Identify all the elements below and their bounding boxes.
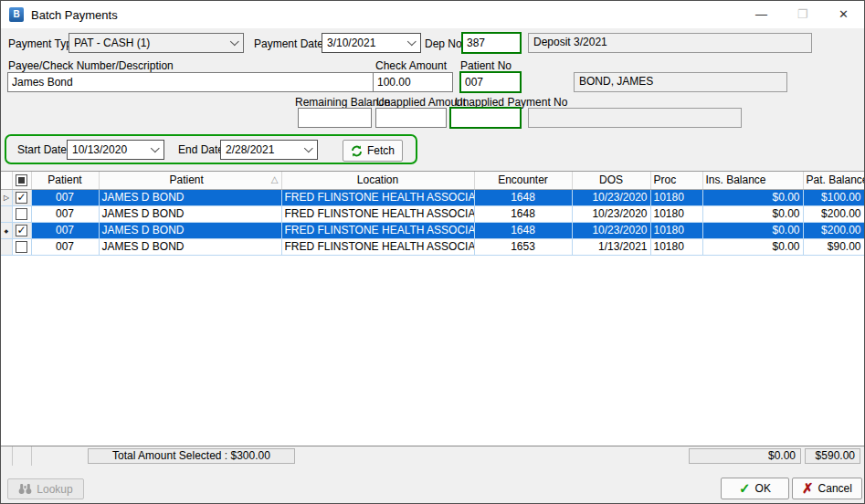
cell-ins-balance: $0.00: [702, 238, 803, 255]
patient-no-field[interactable]: [459, 71, 522, 93]
refresh-icon: [351, 145, 363, 157]
row-indicator: [1, 205, 12, 222]
column-header-ins-balance[interactable]: Ins. Balance: [702, 172, 803, 189]
payee-field[interactable]: [7, 72, 374, 92]
checkbox-checked-icon: [16, 192, 27, 204]
date-filter-group: Start Date 10/13/2020 End Date 2/28/2021…: [5, 134, 417, 164]
cell-patient-no: 007: [31, 238, 99, 255]
row-current-indicator: ▷: [1, 189, 12, 205]
column-header-location[interactable]: Location: [281, 172, 474, 189]
end-date-select[interactable]: 2/28/2021: [220, 140, 318, 160]
checkbox-unchecked-icon: [16, 208, 27, 220]
cell-pat-balance: $200.00: [803, 222, 864, 238]
cancel-button-label: Cancel: [818, 482, 852, 495]
column-header-patient-no[interactable]: Patient: [31, 172, 99, 189]
maximize-icon: ❐: [782, 1, 823, 28]
cancel-button[interactable]: ✗ Cancel: [792, 478, 862, 499]
lookup-button: Lookup: [7, 478, 84, 499]
payment-type-select[interactable]: PAT - CASH (1): [69, 33, 244, 53]
ok-button[interactable]: ✓ OK: [721, 478, 789, 499]
cell-patient-name: JAMES D BOND: [99, 205, 281, 222]
payment-date-select[interactable]: 3/10/2021: [322, 33, 421, 53]
app-icon-letter: B: [13, 9, 19, 19]
binoculars-icon: [18, 483, 32, 495]
cell-location: FRED FLINSTONE HEALTH ASSOCIATES: [281, 189, 474, 205]
unapplied-payment-desc-field: [528, 108, 742, 128]
column-header-dos[interactable]: DOS: [572, 172, 650, 189]
cell-proc: 10180: [650, 189, 702, 205]
fetch-button[interactable]: Fetch: [343, 140, 403, 162]
dep-no-field[interactable]: [461, 32, 522, 54]
cell-patient-name: JAMES D BOND: [99, 189, 281, 205]
end-date-value: 2/28/2021: [226, 143, 274, 156]
row-indicator: [1, 238, 12, 255]
cell-encounter: 1648: [474, 222, 572, 238]
payments-grid: Patient Patient△ Location Encounter DOS …: [1, 171, 864, 446]
table-row[interactable]: 007 JAMES D BOND FRED FLINSTONE HEALTH A…: [1, 238, 864, 255]
remaining-balance-field[interactable]: [298, 108, 372, 128]
cell-location: FRED FLINSTONE HEALTH ASSOCIATES: [281, 222, 474, 238]
chevron-down-icon: [407, 37, 417, 46]
cell-proc: 10180: [650, 205, 702, 222]
cell-patient-no: 007: [31, 222, 99, 238]
column-header-proc[interactable]: Proc: [650, 172, 702, 189]
start-date-label: Start Date: [17, 143, 67, 156]
window-controls: — ❐ ✕: [741, 1, 864, 28]
cell-encounter: 1648: [474, 205, 572, 222]
row-checkbox[interactable]: [12, 205, 31, 222]
payment-date-label: Payment Date: [254, 37, 323, 50]
row-edit-indicator: ◆: [1, 222, 12, 238]
row-checkbox[interactable]: [12, 222, 31, 238]
patient-name-field: BOND, JAMES: [574, 72, 787, 92]
select-all-checkbox[interactable]: [12, 172, 31, 189]
cell-ins-balance: $0.00: [702, 222, 803, 238]
app-icon: B: [9, 7, 24, 22]
chevron-down-icon: [151, 143, 160, 152]
column-header-patient-name[interactable]: Patient△: [99, 172, 281, 189]
payment-type-value: PAT - CASH (1): [74, 37, 150, 49]
table-row[interactable]: ▷ 007 JAMES D BOND FRED FLINSTONE HEALTH…: [1, 189, 864, 205]
unapplied-amount-field[interactable]: [375, 108, 447, 128]
lookup-button-label: Lookup: [37, 483, 72, 496]
cell-pat-balance: $90.00: [803, 238, 864, 255]
close-icon[interactable]: ✕: [823, 1, 864, 28]
patient-no-label: Patient No: [460, 59, 512, 72]
cell-dos: 10/23/2020: [572, 189, 650, 205]
batch-payments-dialog: B Batch Payments — ❐ ✕ Payment Type PAT …: [0, 0, 865, 504]
table-row[interactable]: ◆ 007 JAMES D BOND FRED FLINSTONE HEALTH…: [1, 222, 864, 238]
row-checkbox[interactable]: [12, 238, 31, 255]
cell-encounter: 1648: [474, 189, 572, 205]
checkbox-unchecked-icon: [16, 241, 27, 253]
row-checkbox[interactable]: [12, 189, 31, 205]
cell-patient-no: 007: [31, 189, 99, 205]
cell-patient-no: 007: [31, 205, 99, 222]
column-header-encounter[interactable]: Encounter: [474, 172, 572, 189]
cell-dos: 1/13/2021: [572, 238, 650, 255]
grid-footer: Total Amount Selected : $300.00 $0.00 $5…: [1, 446, 864, 465]
cell-pat-balance: $100.00: [803, 189, 864, 205]
column-header-pat-balance[interactable]: Pat. Balance: [803, 172, 864, 189]
unapplied-payment-no-field[interactable]: [449, 107, 522, 129]
table-row[interactable]: 007 JAMES D BOND FRED FLINSTONE HEALTH A…: [1, 205, 864, 222]
cell-encounter: 1653: [474, 238, 572, 255]
footer-separator: [31, 446, 32, 466]
x-icon: ✗: [802, 480, 814, 497]
cell-dos: 10/23/2020: [572, 222, 650, 238]
sort-ascending-icon: △: [271, 174, 279, 184]
deposit-description-field: Deposit 3/2021: [528, 33, 812, 53]
checkbox-indeterminate-icon: [16, 174, 27, 186]
payee-label: Payee/Check Number/Description: [8, 59, 174, 72]
window-title: Batch Payments: [31, 8, 118, 22]
cell-proc: 10180: [650, 238, 702, 255]
minimize-icon[interactable]: —: [741, 1, 782, 28]
pat-balance-total: $590.00: [805, 448, 860, 464]
cell-ins-balance: $0.00: [702, 189, 803, 205]
end-date-label: End Date: [178, 143, 224, 156]
start-date-select[interactable]: 10/13/2020: [67, 140, 164, 160]
check-amount-field[interactable]: [373, 72, 453, 92]
dep-no-label: Dep No: [425, 37, 462, 50]
cell-location: FRED FLINSTONE HEALTH ASSOCIATES: [281, 238, 474, 255]
row-indicator-header: [1, 172, 12, 189]
cell-dos: 10/23/2020: [572, 205, 650, 222]
grid-header-row: Patient Patient△ Location Encounter DOS …: [1, 172, 864, 189]
